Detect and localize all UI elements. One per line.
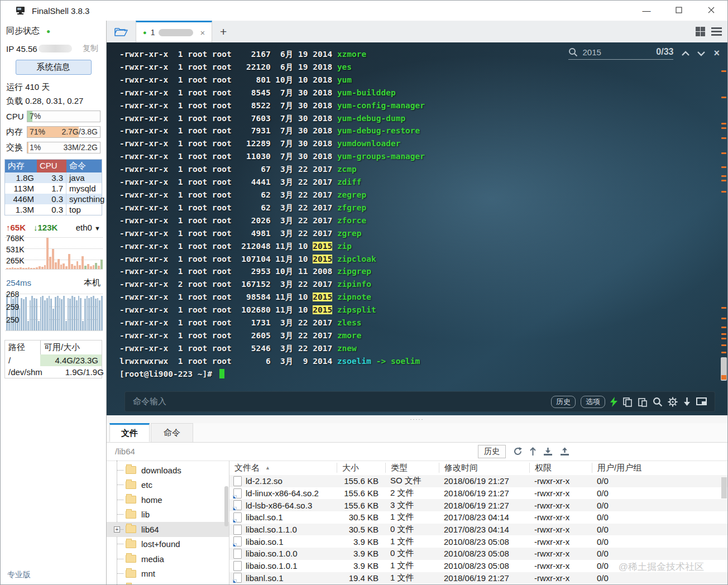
mem-detail: 2.7G/3.8G [61,127,98,136]
chart-bar [87,264,89,269]
tree-item-partial[interactable] [107,581,229,584]
grid-view-icon[interactable] [696,27,705,36]
tree-item-home[interactable]: home [107,492,229,507]
disk-col-path[interactable]: 路径 [5,341,40,354]
process-row[interactable]: 1.3M0.3top [5,204,102,215]
terminal-scrollbar[interactable] [720,42,727,415]
hamburger-menu-icon[interactable] [711,27,722,36]
copy-icon[interactable] [622,397,633,407]
interface-selector[interactable]: eth0 ▼ [76,223,100,232]
file-row[interactable]: ld-linux-x86-64.so.2155.6 KB2 文件2018/06/… [229,487,727,500]
col-type[interactable]: 类型 [385,463,439,473]
disk-row[interactable]: /4.4G/23.3G [5,354,102,366]
ls-filename: zipcloak [337,255,376,263]
search-next-button[interactable] [697,51,706,56]
paste-icon[interactable] [638,397,648,407]
tree-item-lib64[interactable]: +lib64 [107,522,229,537]
process-row[interactable]: 446M0.3syncthing [5,194,102,204]
process-row[interactable]: 1.8G3.3java [5,172,102,183]
disk-row[interactable]: /dev/shm1.9G/1.9G [5,366,102,378]
ls-columns: -rwxr-xr-x 1 root root 2953 10月 11 [119,267,313,276]
download-file-icon[interactable] [543,447,553,456]
process-col-cmd[interactable]: 命令 [66,160,102,172]
ls-columns: -rwxr-xr-x 1 root root 4441 3月 22 [119,178,313,186]
terminal-line: -rwxr-xr-x 1 root root 4981 3月 22 2017 z… [119,227,716,240]
chart-bar [69,299,71,330]
tree-item-mnt[interactable]: mnt [107,567,229,582]
session-tab[interactable]: ● 1 × [136,21,212,42]
tree-item-lost+found[interactable]: lost+found [107,537,229,552]
new-tab-button[interactable]: + [212,21,234,42]
command-input[interactable]: 命令输入 [133,396,166,407]
options-button[interactable]: 选项 [581,396,605,408]
refresh-icon[interactable] [513,447,523,456]
file-row[interactable]: ld-lsb-x86-64.so.3155.6 KB3 文件2018/06/19… [229,499,727,511]
tab-files[interactable]: 文件 [109,423,150,442]
copy-ip-button[interactable]: 复制 [83,44,98,54]
tree-item-etc[interactable]: etc [107,478,229,493]
file-row[interactable]: libaio.so.1.0.03.9 KB0 文件2010/08/23 05:0… [229,548,727,560]
col-perms[interactable]: 权限 [529,463,592,473]
file-name-cell: libacl.so.1 [229,512,337,522]
ls-filename: zip [337,242,352,251]
maximize-button[interactable] [663,1,695,20]
sp [332,229,337,238]
file-row[interactable]: libaio.so.13.9 KB1 文件2010/08/23 05:08-rw… [229,535,727,548]
file-perms: -rwxr-xr-x [529,476,592,486]
path-history-button[interactable]: 历史 [478,445,506,458]
search-prev-button[interactable] [681,51,690,56]
ip-label: IP 45.56 [6,44,37,54]
disk-col-free[interactable]: 可用/大小 [40,341,102,354]
file-row[interactable]: ld-2.12.so155.6 KBSO 文件2018/06/19 21:27-… [229,475,727,487]
tree-item-lib[interactable]: lib [107,507,229,522]
file-size: 3.9 KB [337,549,385,558]
screen-icon[interactable] [696,397,707,406]
terminal[interactable]: -rwxr-xr-x 1 root root 2167 6月 19 2014 x… [107,42,727,415]
tree-item-downloads[interactable]: downloads [107,463,229,478]
file-name-cell: ld-linux-x86-64.so.2 [229,488,337,498]
file-table-scrollbar[interactable] [721,477,727,498]
minimize-button[interactable]: — [630,1,663,20]
close-button[interactable] [695,1,727,20]
file-name: libaio.so.1 [246,537,284,546]
ls-columns: -rwxr-xr-x 1 root root 7931 7月 30 [119,126,313,135]
file-row[interactable]: libacl.so.1.1.030.5 KB0 文件2017/08/23 04:… [229,524,727,536]
bolt-icon[interactable] [610,397,617,407]
ping-latency: 254ms [6,278,31,287]
process-col-mem[interactable]: 内存 [5,160,37,172]
file-row[interactable]: libanl.so.119.4 KB1 文件2018/06/19 21:27-r… [229,572,727,584]
search-close-button[interactable]: × [713,47,720,59]
thumb-marker [721,375,726,380]
process-cpu-value: 1.7 [51,184,63,193]
open-connection-button[interactable] [107,21,136,42]
terminal-scroll-thumb[interactable] [721,357,727,380]
col-filename[interactable]: 文件名▲ [229,463,337,473]
chevron-down-icon: ▼ [94,225,100,232]
tree-item-media[interactable]: media [107,552,229,567]
search-input[interactable]: 2015 [582,47,656,57]
expand-icon[interactable]: + [114,526,120,533]
search-match-marker [721,152,726,154]
ls-filename: zforce [337,216,366,225]
tab-commands[interactable]: 命令 [151,423,193,442]
tab-close-icon[interactable]: × [200,28,205,37]
up-directory-icon[interactable] [530,447,536,456]
process-col-cpu[interactable]: CPU [37,160,66,172]
system-info-button[interactable]: 系统信息 [16,60,92,75]
history-button[interactable]: 历史 [551,396,576,408]
tree-scrollbar[interactable] [224,486,228,526]
col-size[interactable]: 大小 [337,463,385,473]
search-icon[interactable] [653,397,663,407]
current-path[interactable]: /lib64 [115,447,135,456]
file-row[interactable]: libacl.so.130.5 KB1 文件2017/08/23 04:14-r… [229,511,727,524]
process-cmd-cell: syncthing [66,194,107,204]
process-row[interactable]: 113M1.7mysqld [5,183,102,194]
upload-file-icon[interactable] [560,447,569,456]
col-mtime[interactable]: 修改时间 [439,463,529,473]
panel-drag-handle[interactable]: ····· [107,415,727,423]
process-cmd-cell: top [66,204,102,215]
col-owner[interactable]: 用户/用户组 [592,463,727,473]
process-cpu-cell: 3.3 [37,172,66,183]
gear-icon[interactable] [668,397,678,407]
download-arrow-icon[interactable] [683,397,691,406]
